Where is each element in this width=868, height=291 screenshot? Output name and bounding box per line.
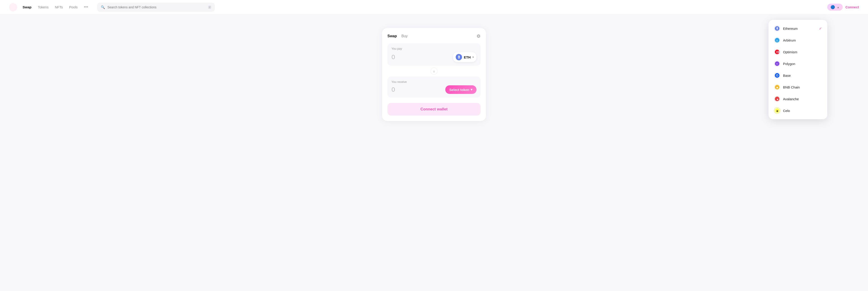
network-item-optimism[interactable]: OP Optimism <box>770 46 826 58</box>
nav-right: 🔵 ▲ Connect <box>827 4 859 11</box>
you-receive-panel: You receive Select token ▾ <box>388 76 480 98</box>
bnbchain-icon: ◆ <box>774 84 780 90</box>
bnbchain-label: BNB Chain <box>783 85 800 89</box>
network-selector-button[interactable]: 🔵 ▲ <box>827 4 843 11</box>
nav-nfts[interactable]: NFTs <box>55 5 63 9</box>
you-pay-panel: You pay ETH ▾ <box>388 43 480 66</box>
you-pay-row: ETH ▾ <box>392 52 476 62</box>
you-receive-row: Select token ▾ <box>392 85 476 94</box>
tab-buy[interactable]: Buy <box>401 34 408 38</box>
svg-point-0 <box>9 3 17 11</box>
select-token-label: Select token <box>450 88 469 92</box>
network-item-arbitrum[interactable]: ◎ Arbitrum <box>770 34 826 46</box>
svg-text:▲: ▲ <box>776 98 779 101</box>
svg-text:OP: OP <box>776 50 779 54</box>
network-item-bnbchain[interactable]: ◆ BNB Chain <box>770 81 826 93</box>
optimism-icon: OP <box>774 49 780 55</box>
nav-links: Swap Tokens NFTs Pools ••• <box>23 5 88 9</box>
network-dropdown: Ethereum ✓ ◎ Arbitrum OP Optimism ♾ Poly… <box>769 20 827 119</box>
arbitrum-label: Arbitrum <box>783 38 796 42</box>
app-logo[interactable]: 🦄 <box>9 3 17 11</box>
you-pay-label: You pay <box>392 47 476 50</box>
select-token-chevron-icon: ▾ <box>471 87 472 92</box>
swap-arrow-row: ↓ <box>388 68 480 75</box>
swap-tabs: Swap Buy ⚙ <box>388 33 480 39</box>
nav-tokens[interactable]: Tokens <box>38 5 49 9</box>
search-icon: 🔍 <box>101 5 105 9</box>
search-input[interactable] <box>107 5 206 9</box>
swap-direction-button[interactable]: ↓ <box>430 68 438 75</box>
svg-point-20 <box>776 75 778 76</box>
main-content: Swap Buy ⚙ You pay ETH <box>0 14 868 291</box>
connect-wallet-button[interactable]: Connect wallet <box>388 103 480 116</box>
nav-more[interactable]: ••• <box>84 5 88 9</box>
avalanche-icon: ▲ <box>774 96 780 102</box>
network-item-ethereum[interactable]: Ethereum ✓ <box>770 23 826 34</box>
svg-text:◎: ◎ <box>776 39 778 42</box>
pay-amount-input[interactable] <box>392 53 432 61</box>
swap-card: Swap Buy ⚙ You pay ETH <box>382 28 486 121</box>
nav-swap[interactable]: Swap <box>23 5 31 9</box>
svg-text:◆: ◆ <box>776 86 778 89</box>
network-item-avalanche[interactable]: ▲ Avalanche <box>770 93 826 105</box>
search-shortcut: / <box>208 6 211 9</box>
network-chevron-icon: ▲ <box>837 6 839 9</box>
pay-token-name: ETH <box>464 55 471 59</box>
nav-pools[interactable]: Pools <box>69 5 78 9</box>
ethereum-icon <box>774 25 780 32</box>
pay-token-selector[interactable]: ETH ▾ <box>453 52 476 62</box>
eth-icon <box>456 54 462 60</box>
search-bar: 🔍 / <box>97 3 215 12</box>
you-receive-label: You receive <box>392 80 476 83</box>
optimism-label: Optimism <box>783 50 797 54</box>
tab-swap[interactable]: Swap <box>388 34 397 38</box>
network-item-polygon[interactable]: ♾ Polygon <box>770 58 826 70</box>
receive-amount-input[interactable] <box>392 86 432 93</box>
ethereum-check-icon: ✓ <box>819 27 822 31</box>
base-label: Base <box>783 74 791 77</box>
celo-label: Celo <box>783 109 790 113</box>
polygon-icon: ♾ <box>774 61 780 67</box>
svg-text:◉: ◉ <box>776 109 778 112</box>
connect-button[interactable]: Connect <box>845 5 859 9</box>
select-token-button[interactable]: Select token ▾ <box>445 85 476 94</box>
navbar: 🦄 Swap Tokens NFTs Pools ••• 🔍 / 🔵 ▲ Con… <box>0 0 868 14</box>
network-item-celo[interactable]: ◉ Celo <box>770 105 826 116</box>
pay-token-chevron-icon: ▾ <box>472 56 474 59</box>
settings-button[interactable]: ⚙ <box>476 33 480 39</box>
polygon-label: Polygon <box>783 62 795 66</box>
network-icon: 🔵 <box>831 5 835 9</box>
network-item-base[interactable]: Base <box>770 70 826 81</box>
celo-icon: ◉ <box>774 107 780 114</box>
ethereum-label: Ethereum <box>783 27 798 31</box>
avalanche-label: Avalanche <box>783 97 799 101</box>
svg-text:♾: ♾ <box>776 63 778 65</box>
base-icon <box>774 72 780 79</box>
arbitrum-icon: ◎ <box>774 37 780 43</box>
